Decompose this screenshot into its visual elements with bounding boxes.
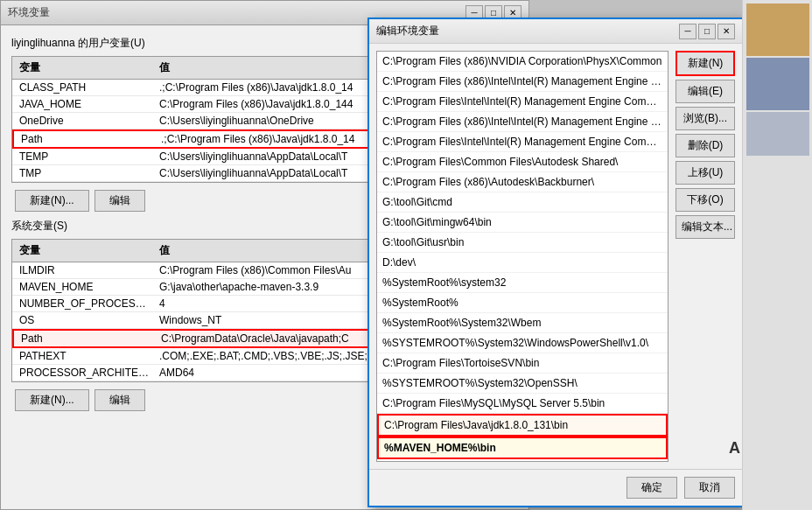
list-item[interactable]: G:\tool\Git\usr\bin	[377, 233, 668, 253]
list-item[interactable]: C:\Program Files\Intel\Intel(R) Manageme…	[377, 92, 668, 112]
fg-minimize-btn[interactable]: ─	[679, 24, 696, 39]
list-item[interactable]: G:\tool\Git\mingw64\bin	[377, 213, 668, 233]
sys-col-var-header: 变量	[16, 241, 156, 260]
list-item[interactable]: C:\Program Files (x86)\Intel\Intel(R) Ma…	[377, 112, 668, 132]
fg-buttons: 新建(N) 编辑(E) 浏览(B)... 删除(D) 上移(U) 下移(O) 编…	[676, 51, 735, 462]
list-item[interactable]: C:\Program Files\MySQL\MySQL Server 5.5\…	[377, 394, 668, 414]
list-item[interactable]: C:\Program Files (x86)\Intel\Intel(R) Ma…	[377, 72, 668, 92]
right-sidebar	[742, 0, 812, 510]
list-item[interactable]: C:\Program Files\Common Files\Autodesk S…	[377, 152, 668, 172]
list-item[interactable]: G:\tool\Git\cmd	[377, 192, 668, 213]
list-item[interactable]: C:\Program Files (x86)\Autodesk\Backburn…	[377, 172, 668, 192]
fg-maximize-btn[interactable]: □	[698, 24, 716, 39]
col-var-header: 变量	[16, 59, 156, 77]
delete-btn[interactable]: 删除(D)	[676, 134, 735, 157]
fg-dialog-title: 编辑环境变量	[376, 24, 439, 38]
user-new-btn[interactable]: 新建(N)...	[15, 190, 89, 212]
fg-content: C:\Program Files (x86)\NVIDIA Corporatio…	[369, 44, 742, 469]
letter-a-watermark: A	[729, 439, 740, 458]
list-item-maven[interactable]: %MAVEN_HOME%\bin	[377, 437, 668, 459]
sidebar-image-3	[746, 112, 809, 156]
sidebar-images	[743, 0, 812, 159]
sys-new-btn[interactable]: 新建(N)...	[15, 389, 89, 411]
path-list[interactable]: C:\Program Files (x86)\NVIDIA Corporatio…	[376, 51, 668, 462]
list-item[interactable]: %SystemRoot%\system32	[377, 273, 668, 293]
browse-btn[interactable]: 浏览(B)...	[676, 107, 735, 130]
list-item[interactable]: C:\Program Files (x86)\NVIDIA Corporatio…	[377, 52, 668, 72]
new-btn[interactable]: 新建(N)	[676, 51, 735, 76]
list-item[interactable]: C:\Program Files\TortoiseSVN\bin	[377, 353, 668, 374]
list-item[interactable]: %SystemRoot%\System32\Wbem	[377, 313, 668, 333]
list-item[interactable]: C:\Program Files\Intel\Intel(R) Manageme…	[377, 132, 668, 152]
edit-btn[interactable]: 编辑(E)	[676, 80, 735, 103]
list-item-java[interactable]: C:\Program Files\Java\jdk1.8.0_131\bin	[377, 414, 668, 437]
sys-edit-btn[interactable]: 编辑	[94, 389, 145, 411]
list-item[interactable]: %SystemRoot%	[377, 293, 668, 313]
fg-cancel-btn[interactable]: 取消	[684, 477, 735, 499]
sidebar-image-2	[746, 58, 809, 110]
sidebar-image-1	[746, 3, 809, 56]
list-item[interactable]: %SYSTEMROOT%\System32\OpenSSH\	[377, 374, 668, 394]
fg-footer: 确定 取消	[369, 469, 742, 506]
move-up-btn[interactable]: 上移(U)	[676, 161, 735, 185]
fg-close-btn[interactable]: ✕	[718, 24, 735, 39]
bg-window-title: 环境变量	[8, 5, 50, 20]
fg-window-controls: ─ □ ✕	[679, 24, 735, 39]
edit-text-btn[interactable]: 编辑文本...	[676, 215, 735, 239]
list-item[interactable]: %SYSTEMROOT%\System32\WindowsPowerShell\…	[377, 333, 668, 353]
fg-dialog: 编辑环境变量 ─ □ ✕ C:\Program Files (x86)\NVID…	[368, 17, 744, 507]
move-down-btn[interactable]: 下移(O)	[676, 188, 735, 212]
fg-titlebar: 编辑环境变量 ─ □ ✕	[369, 19, 742, 44]
fg-ok-btn[interactable]: 确定	[626, 477, 677, 499]
list-item[interactable]: D:\dev\	[377, 253, 668, 273]
user-edit-btn[interactable]: 编辑	[94, 190, 145, 212]
